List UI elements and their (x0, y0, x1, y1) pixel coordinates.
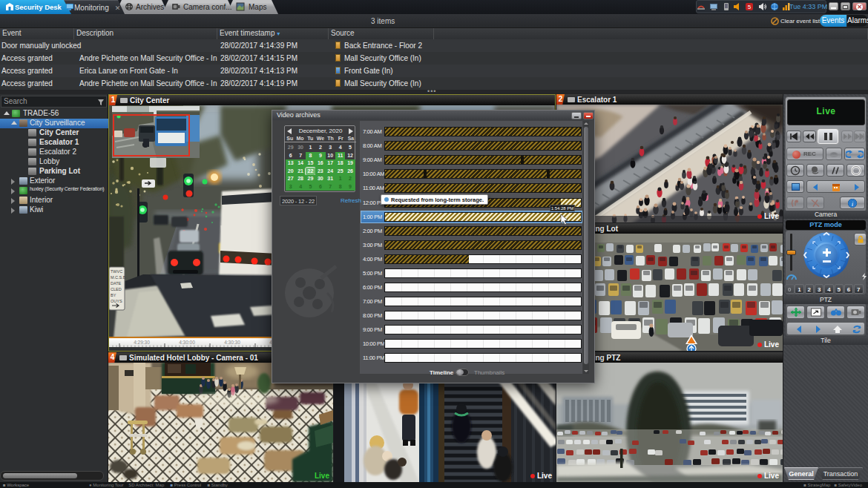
svg-text:DATE: DATE (111, 281, 122, 286)
svg-text:4:29:30: 4:29:30 (134, 340, 150, 345)
svg-text:OUYS: OUYS (111, 299, 122, 303)
svg-text:5: 5 (748, 4, 752, 10)
svg-text:BY: BY (111, 293, 116, 297)
svg-text:4:30:30: 4:30:30 (224, 340, 240, 345)
svg-text:M.C.S.B: M.C.S.B (111, 275, 126, 280)
svg-text:TWVC: TWVC (111, 269, 122, 274)
svg-text:4:30:00: 4:30:00 (179, 340, 195, 345)
svg-text:CLED: CLED (111, 287, 122, 291)
